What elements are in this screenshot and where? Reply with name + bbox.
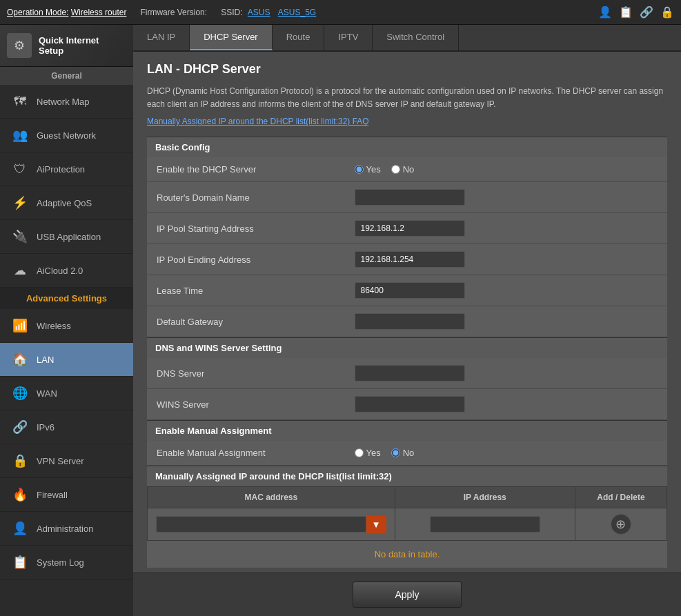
- manual-assign-value: Yes No: [345, 441, 667, 466]
- sidebar-label-lan: LAN: [37, 355, 54, 365]
- advanced-section-header: Advanced Settings: [0, 288, 133, 309]
- lease-time-input[interactable]: [355, 282, 465, 299]
- sidebar-item-wan[interactable]: 🌐 WAN: [0, 377, 133, 410]
- add-delete-cell: ⊕: [575, 508, 667, 541]
- enable-dhcp-yes-radio[interactable]: [355, 165, 364, 174]
- manual-assign-yes-radio[interactable]: [355, 448, 364, 457]
- table-row: IP Pool Starting Address: [147, 213, 667, 244]
- sidebar-item-ipv6[interactable]: 🔗 IPv6: [0, 410, 133, 444]
- quick-setup-button[interactable]: ⚙ Quick Internet Setup: [0, 25, 133, 67]
- quick-setup-icon: ⚙: [7, 33, 32, 58]
- sidebar-item-adaptive-qos[interactable]: ⚡ Adaptive QoS: [0, 186, 133, 220]
- tab-bar: LAN IP DHCP Server Route IPTV Switch Con…: [133, 25, 681, 52]
- network-map-icon: 🗺: [10, 92, 30, 111]
- firewall-icon: 🔥: [10, 485, 30, 504]
- ssid-info: SSID: ASUS ASUS_5G: [221, 8, 316, 17]
- ip-start-value: [345, 213, 667, 244]
- sidebar-label-guest-network: Guest Network: [37, 130, 96, 141]
- add-entry-button[interactable]: ⊕: [611, 514, 631, 535]
- sidebar-item-aicloud[interactable]: ☁ AiCloud 2.0: [0, 254, 133, 288]
- apply-button[interactable]: Apply: [353, 582, 461, 608]
- sidebar-item-firewall[interactable]: 🔥 Firewall: [0, 478, 133, 512]
- ssid2-link[interactable]: ASUS_5G: [278, 8, 316, 17]
- wins-server-input[interactable]: [355, 396, 465, 413]
- tab-lan-ip[interactable]: LAN IP: [133, 25, 190, 50]
- layout: ⚙ Quick Internet Setup General 🗺 Network…: [0, 25, 681, 616]
- ip-end-input[interactable]: [355, 251, 465, 268]
- table-row: Enable the DHCP Server Yes No: [147, 157, 667, 182]
- sidebar-item-aiprotection[interactable]: 🛡 AiProtection: [0, 152, 133, 186]
- sidebar-label-adaptive-qos: Adaptive QoS: [37, 198, 92, 208]
- sidebar-item-guest-network[interactable]: 👥 Guest Network: [0, 119, 133, 152]
- tab-route[interactable]: Route: [273, 25, 325, 50]
- active-arrow: [126, 343, 133, 376]
- wan-icon: 🌐: [10, 384, 30, 403]
- faq-link[interactable]: Manually Assigned IP around the DHCP lis…: [147, 117, 667, 126]
- domain-name-input[interactable]: [355, 189, 465, 206]
- ip-start-input[interactable]: [355, 220, 465, 237]
- default-gateway-input[interactable]: [355, 313, 465, 330]
- usb-application-icon: 🔌: [10, 227, 30, 246]
- lock-icon[interactable]: 🔒: [660, 6, 674, 19]
- manual-assignment-table: Enable Manual Assignment Yes No: [147, 441, 667, 466]
- mac-address-input[interactable]: [156, 516, 366, 533]
- enable-dhcp-no-radio[interactable]: [391, 165, 400, 174]
- wins-server-label: WINS Server: [147, 389, 345, 420]
- page-title: LAN - DHCP Server: [147, 62, 667, 77]
- ssid1-link[interactable]: ASUS: [248, 8, 270, 17]
- sidebar: ⚙ Quick Internet Setup General 🗺 Network…: [0, 25, 133, 616]
- manual-assign-no-label[interactable]: No: [391, 448, 415, 458]
- manual-assign-no-radio[interactable]: [391, 448, 400, 457]
- sidebar-item-usb-application[interactable]: 🔌 USB Application: [0, 220, 133, 254]
- quick-setup-label: Quick Internet Setup: [39, 35, 126, 56]
- tab-dhcp-server[interactable]: DHCP Server: [190, 25, 273, 50]
- lease-time-value: [345, 275, 667, 306]
- ip-start-label: IP Pool Starting Address: [147, 213, 345, 244]
- guest-network-icon: 👥: [10, 126, 30, 145]
- basic-config-header: Basic Config: [147, 137, 667, 157]
- basic-config-table: Enable the DHCP Server Yes No: [147, 157, 667, 337]
- dns-wins-header: DNS and WINS Server Setting: [147, 337, 667, 358]
- sidebar-item-network-map[interactable]: 🗺 Network Map: [0, 85, 133, 119]
- enable-dhcp-no-label[interactable]: No: [391, 164, 415, 175]
- operation-mode-value[interactable]: Wireless router: [71, 8, 127, 17]
- dns-server-label: DNS Server: [147, 358, 345, 389]
- sidebar-label-system-log: System Log: [37, 557, 84, 568]
- adaptive-qos-icon: ⚡: [10, 193, 30, 212]
- ip-address-input[interactable]: [430, 516, 540, 533]
- sidebar-item-vpn-server[interactable]: 🔒 VPN Server: [0, 444, 133, 478]
- aicloud-icon: ☁: [10, 261, 30, 280]
- dns-wins-table: DNS Server WINS Server: [147, 358, 667, 420]
- col-ip-address: IP Address: [395, 487, 575, 508]
- apply-bar: Apply: [133, 573, 681, 616]
- table-row: IP Pool Ending Address: [147, 244, 667, 275]
- wireless-icon: 📶: [10, 316, 30, 335]
- mac-dropdown-button[interactable]: ▼: [366, 516, 386, 533]
- col-mac-address: MAC address: [148, 487, 395, 508]
- operation-mode: Operation Mode: Wireless router: [7, 8, 126, 17]
- input-row: ▼ ⊕: [148, 508, 667, 541]
- table-row: Default Gateway: [147, 306, 667, 337]
- manual-assign-yes-label[interactable]: Yes: [355, 448, 381, 458]
- sidebar-label-network-map: Network Map: [37, 97, 90, 107]
- table-row: WINS Server: [147, 389, 667, 420]
- enable-dhcp-yes-label[interactable]: Yes: [355, 164, 381, 175]
- ip-end-value: [345, 244, 667, 275]
- copy-icon[interactable]: 📋: [619, 6, 633, 19]
- sidebar-item-administration[interactable]: 👤 Administration: [0, 512, 133, 546]
- sidebar-item-system-log[interactable]: 📋 System Log: [0, 546, 133, 579]
- firmware-version: Firmware Version:: [140, 8, 207, 17]
- user-icon[interactable]: 👤: [598, 6, 612, 19]
- sidebar-label-aicloud: AiCloud 2.0: [37, 266, 83, 276]
- ip-end-label: IP Pool Ending Address: [147, 244, 345, 275]
- mac-input-cell: ▼: [148, 508, 395, 541]
- tab-switch-control[interactable]: Switch Control: [373, 25, 459, 50]
- lan-icon: 🏠: [10, 350, 30, 369]
- sidebar-item-wireless[interactable]: 📶 Wireless: [0, 309, 133, 343]
- sidebar-item-lan[interactable]: 🏠 LAN: [0, 343, 133, 377]
- share-icon[interactable]: 🔗: [640, 6, 653, 19]
- sidebar-label-wan: WAN: [37, 388, 57, 399]
- tab-iptv[interactable]: IPTV: [324, 25, 373, 50]
- ip-input-cell: [395, 508, 575, 541]
- dns-server-input[interactable]: [355, 365, 465, 381]
